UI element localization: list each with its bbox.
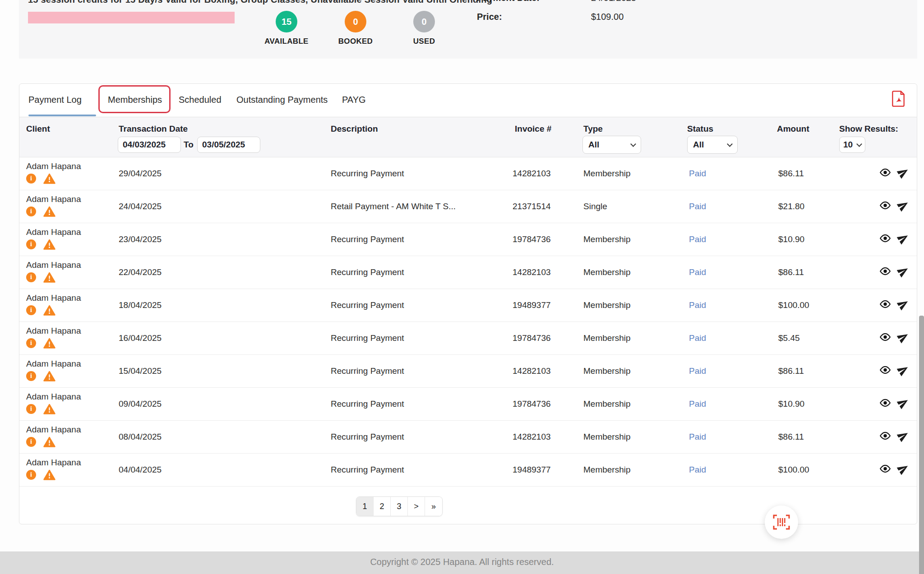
send-icon[interactable] xyxy=(897,233,909,247)
send-icon[interactable] xyxy=(897,167,909,181)
chevron-down-icon xyxy=(727,141,733,147)
show-results-select[interactable]: 10 xyxy=(839,137,865,153)
table-row: Adam Hapana i 22/04/2025 Recurring Payme… xyxy=(19,256,917,289)
status-link[interactable]: Paid xyxy=(689,267,706,277)
tab-payment-log[interactable]: Payment Log xyxy=(28,95,82,105)
status-filter-value: All xyxy=(693,140,704,150)
info-icon[interactable]: i xyxy=(26,305,36,315)
table-row: Adam Hapana i 18/04/2025 Recurring Payme… xyxy=(19,289,917,322)
info-icon[interactable]: i xyxy=(26,207,36,216)
warning-icon[interactable] xyxy=(43,338,55,349)
send-icon[interactable] xyxy=(897,200,909,214)
client-name: Adam Hapana xyxy=(26,194,81,204)
warning-icon[interactable] xyxy=(43,173,55,184)
barcode-scan-button[interactable] xyxy=(765,505,798,539)
invoice-number: 14282103 xyxy=(513,267,551,277)
invoice-number: 14282103 xyxy=(513,432,551,442)
status-link[interactable]: Paid xyxy=(689,432,706,442)
view-icon[interactable] xyxy=(879,234,891,245)
info-icon[interactable]: i xyxy=(26,470,36,480)
payment-type: Membership xyxy=(583,300,631,310)
table-row: Adam Hapana i 09/04/2025 Recurring Payme… xyxy=(19,388,917,421)
chevron-down-icon xyxy=(856,141,862,147)
active-tab-underline xyxy=(28,115,96,116)
tab-scheduled[interactable]: Scheduled xyxy=(179,95,222,105)
amount: $21.80 xyxy=(778,202,804,211)
send-icon[interactable] xyxy=(897,397,909,411)
warning-icon[interactable] xyxy=(43,371,55,381)
send-icon[interactable] xyxy=(897,364,909,378)
send-icon[interactable] xyxy=(897,331,909,345)
info-icon[interactable]: i xyxy=(26,239,36,249)
view-icon[interactable] xyxy=(879,399,891,409)
type-filter-select[interactable]: All xyxy=(582,136,641,154)
warning-icon[interactable] xyxy=(43,305,55,316)
session-credits-note: 15 session credits for 15 Day/s Valid fo… xyxy=(28,0,492,5)
description: Recurring Payment xyxy=(331,267,404,277)
view-icon[interactable] xyxy=(879,333,891,344)
status-link[interactable]: Paid xyxy=(689,202,706,211)
status-link[interactable]: Paid xyxy=(689,399,706,409)
date-to-input[interactable] xyxy=(197,137,260,153)
client-cell: Adam Hapana i xyxy=(26,194,81,217)
info-icon[interactable]: i xyxy=(26,272,36,282)
status-link[interactable]: Paid xyxy=(689,300,706,310)
view-icon[interactable] xyxy=(879,465,891,475)
client-cell: Adam Hapana i xyxy=(26,425,81,447)
send-icon[interactable] xyxy=(897,430,909,444)
payment-type: Membership xyxy=(583,333,631,343)
amount: $86.11 xyxy=(778,432,804,442)
status-filter-select[interactable]: All xyxy=(687,136,738,154)
available-label: AVAILABLE xyxy=(250,37,323,46)
view-icon[interactable] xyxy=(879,432,891,442)
view-icon[interactable] xyxy=(879,300,891,311)
page-button-3[interactable]: 3 xyxy=(391,497,408,516)
warning-icon[interactable] xyxy=(43,436,55,447)
warning-icon[interactable] xyxy=(43,206,55,217)
table-row: Adam Hapana i 24/04/2025 Retail Payment … xyxy=(19,190,917,223)
view-icon[interactable] xyxy=(879,202,891,212)
status-link[interactable]: Paid xyxy=(689,366,706,376)
page-next-button[interactable]: > xyxy=(408,497,425,516)
transaction-date: 08/04/2025 xyxy=(119,432,162,442)
vertical-scrollbar[interactable] xyxy=(919,316,924,574)
payment-date-value: 24/01/2025 xyxy=(591,0,636,3)
status-link[interactable]: Paid xyxy=(689,169,706,179)
export-pdf-icon[interactable] xyxy=(890,90,906,107)
tab-payg[interactable]: PAYG xyxy=(342,95,366,105)
view-icon[interactable] xyxy=(879,267,891,278)
client-name: Adam Hapana xyxy=(26,326,81,335)
send-icon[interactable] xyxy=(897,298,909,312)
page-button-2[interactable]: 2 xyxy=(374,497,391,516)
tab-outstanding-payments[interactable]: Outstanding Payments xyxy=(236,95,328,105)
info-icon[interactable]: i xyxy=(26,338,36,348)
info-icon[interactable]: i xyxy=(26,174,36,184)
client-name: Adam Hapana xyxy=(26,293,81,303)
info-icon[interactable]: i xyxy=(26,437,36,447)
view-icon[interactable] xyxy=(879,366,891,377)
info-icon[interactable]: i xyxy=(26,371,36,381)
status-link[interactable]: Paid xyxy=(689,465,706,475)
col-client: Client xyxy=(26,124,50,134)
page-button-1[interactable]: 1 xyxy=(356,497,374,516)
view-icon[interactable] xyxy=(879,169,891,179)
page-last-button[interactable]: » xyxy=(425,497,442,516)
client-cell: Adam Hapana i xyxy=(26,392,81,414)
send-icon[interactable] xyxy=(897,463,909,477)
warning-icon[interactable] xyxy=(43,469,55,480)
warning-icon[interactable] xyxy=(43,239,55,250)
amount: $86.11 xyxy=(778,169,804,179)
warning-icon[interactable] xyxy=(43,404,55,414)
status-link[interactable]: Paid xyxy=(689,234,706,244)
date-from-input[interactable] xyxy=(118,137,181,153)
send-icon[interactable] xyxy=(897,266,909,280)
stat-used: 0 USED xyxy=(388,11,460,46)
client-name: Adam Hapana xyxy=(26,260,81,270)
warning-icon[interactable] xyxy=(43,272,55,283)
transaction-date: 22/04/2025 xyxy=(119,267,162,277)
status-link[interactable]: Paid xyxy=(689,333,706,343)
description: Recurring Payment xyxy=(331,399,404,409)
info-icon[interactable]: i xyxy=(26,404,36,414)
price-value: $109.00 xyxy=(591,12,624,22)
tab-memberships[interactable]: Memberships xyxy=(108,95,162,105)
